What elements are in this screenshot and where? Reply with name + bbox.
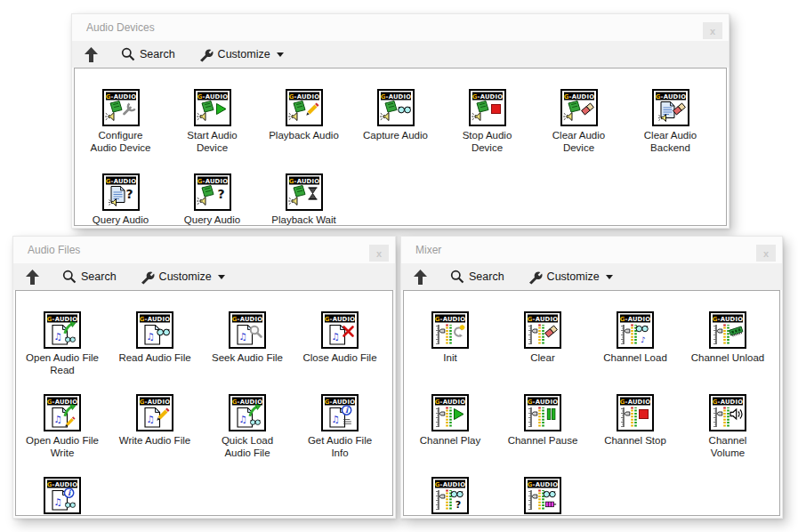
search-button[interactable]: Search: [121, 47, 175, 61]
customize-label: Customize: [159, 270, 212, 283]
customize-button[interactable]: Customize: [528, 270, 613, 285]
palette-item[interactable]: G-AUDIO Read Mixed Audio Data ...: [496, 467, 589, 516]
palette-item[interactable]: G-AUDIO ♫ iGet Audio File Info: [294, 384, 386, 467]
palette-grid: G-AUDIO InitG-AUDIO ClearG-AUDIO ♪Channe…: [404, 291, 779, 516]
vi-icon-mixer: G-AUDIO: [617, 394, 654, 431]
palette-item[interactable]: G-AUDIO Channel Pause: [496, 384, 589, 467]
vi-icon-file-note: G-AUDIO ♫: [44, 311, 81, 349]
svg-text:♪: ♪: [641, 335, 646, 344]
palette-item[interactable]: G-AUDIO Clear Audio Device: [533, 79, 625, 164]
vi-icon-mixer: G-AUDIO ♪: [617, 311, 654, 349]
window-title: Mixer: [415, 244, 441, 256]
palette-item[interactable]: G-AUDIO Playback Audio: [258, 79, 350, 164]
svg-text:G-AUDIO: G-AUDIO: [47, 316, 77, 323]
vi-icon-speaker: G-AUDIO ?: [194, 173, 231, 211]
vi-icon-file-note: G-AUDIO ♫ i: [321, 394, 359, 431]
palette-item[interactable]: G-AUDIO Init: [404, 302, 496, 384]
svg-text:G-AUDIO: G-AUDIO: [620, 316, 650, 323]
vi-icon-mixer: G-AUDIO ?: [431, 477, 469, 514]
search-label: Search: [81, 270, 117, 283]
search-button[interactable]: Search: [450, 270, 504, 284]
svg-text:♫: ♫: [53, 414, 61, 424]
palette-item[interactable]: G-AUDIO Channel Unload: [681, 302, 774, 384]
vi-icon-doc-speaker: G-AUDIO: [652, 89, 689, 126]
close-button[interactable]: x: [369, 245, 389, 262]
search-icon: [62, 270, 77, 284]
window-title: Audio Devices: [86, 21, 155, 34]
svg-text:♫: ♫: [53, 496, 61, 507]
palette-item[interactable]: G-AUDIO Channel Stop: [589, 384, 681, 467]
palette-item[interactable]: G-AUDIO Capture Audio: [350, 79, 441, 164]
palette-item-label: Playback Audio: [269, 129, 339, 141]
palette-item[interactable]: G-AUDIO ?Query Audio Backends: [75, 164, 166, 226]
svg-text:G-AUDIO: G-AUDIO: [528, 481, 558, 488]
palette-item[interactable]: G-AUDIO ♫ Seek Audio File: [201, 302, 294, 384]
wrench-icon: [198, 47, 214, 62]
chevron-down-icon: [606, 275, 613, 279]
palette-item[interactable]: G-AUDIO Clear Audio Backend: [625, 79, 716, 164]
palette-item[interactable]: G-AUDIO ♫ Quick Load Audio File: [201, 384, 294, 467]
titlebar[interactable]: Audio Files x: [13, 237, 395, 263]
palette-item[interactable]: G-AUDIO ♫ Read Audio File: [109, 302, 201, 384]
palette-item-label: Playback Wait: [271, 214, 335, 226]
search-button[interactable]: Search: [62, 270, 117, 284]
vi-icon-mixer: G-AUDIO: [431, 394, 469, 431]
up-button[interactable]: [414, 270, 427, 285]
palette-item[interactable]: G-AUDIO ♫ i Get Audio File Position: [16, 467, 109, 516]
svg-text:G-AUDIO: G-AUDIO: [528, 399, 558, 406]
up-arrow-icon: [414, 270, 427, 285]
up-button[interactable]: [85, 47, 98, 62]
palette-item-label: Clear Audio Device: [552, 129, 605, 154]
palette-item[interactable]: G-AUDIO ♪Channel Load: [589, 302, 681, 384]
palette-item-label: Seek Audio File: [212, 351, 283, 364]
palette-item[interactable]: G-AUDIO ♫ Write Audio File: [109, 384, 201, 467]
vi-icon-mixer: G-AUDIO: [524, 394, 561, 431]
svg-text:♫: ♫: [331, 331, 339, 342]
svg-text:G-AUDIO: G-AUDIO: [140, 399, 170, 406]
svg-text:?: ?: [455, 499, 462, 511]
customize-button[interactable]: Customize: [198, 47, 284, 62]
svg-text:G-AUDIO: G-AUDIO: [105, 178, 135, 185]
search-icon: [121, 47, 135, 61]
palette-item-label: Quick Load Audio File: [222, 434, 273, 459]
palette-item[interactable]: G-AUDIO Configure Audio Device: [75, 79, 166, 164]
palette-item-label: Start Audio Device: [187, 129, 237, 154]
palette-item[interactable]: G-AUDIO ?Read Channel Status: [404, 467, 496, 516]
svg-text:G-AUDIO: G-AUDIO: [288, 178, 318, 185]
svg-text:G-AUDIO: G-AUDIO: [563, 93, 593, 101]
palette-item[interactable]: G-AUDIO ?Query Audio Devices: [166, 164, 258, 226]
svg-text:♫: ♫: [146, 331, 154, 342]
window-title: Audio Files: [28, 244, 80, 256]
vi-icon-speaker: G-AUDIO: [469, 89, 506, 126]
palette-item[interactable]: G-AUDIO Playback Wait: [258, 164, 350, 226]
customize-button[interactable]: Customize: [140, 270, 225, 285]
palette-item[interactable]: G-AUDIO Start Audio Device: [166, 79, 258, 164]
svg-text:G-AUDIO: G-AUDIO: [620, 399, 650, 406]
palette-item-label: Stop Audio Device: [463, 129, 512, 154]
titlebar[interactable]: Mixer x: [401, 237, 782, 263]
search-label: Search: [469, 270, 504, 283]
titlebar[interactable]: Audio Devices x: [72, 14, 729, 41]
palette-item[interactable]: G-AUDIO Channel Volume: [681, 384, 774, 467]
svg-text:G-AUDIO: G-AUDIO: [713, 399, 743, 406]
svg-text:G-AUDIO: G-AUDIO: [105, 93, 135, 101]
svg-text:G-AUDIO: G-AUDIO: [197, 178, 227, 185]
palette-content: G-AUDIO ♫ Open Audio File ReadG-AUDIO ♫ …: [15, 290, 393, 516]
palette-item[interactable]: G-AUDIO Channel Play: [404, 384, 496, 467]
palette-item[interactable]: G-AUDIO Clear: [496, 302, 589, 384]
palette-item[interactable]: G-AUDIO ♫ Close Audio File: [294, 302, 386, 384]
palette-window-audio-devices: Audio Devices x Search Customize G-AUDIO…: [71, 13, 729, 229]
up-button[interactable]: [26, 270, 39, 285]
chevron-down-icon: [277, 52, 284, 57]
vi-icon-file-note: G-AUDIO ♫ i: [44, 477, 81, 514]
close-button[interactable]: x: [756, 245, 776, 262]
search-label: Search: [140, 48, 175, 60]
palette-item[interactable]: G-AUDIO Stop Audio Device: [441, 79, 533, 164]
vi-icon-mixer: G-AUDIO: [431, 311, 469, 349]
palette-item[interactable]: G-AUDIO ♫ Open Audio File Read: [16, 302, 109, 384]
close-button[interactable]: x: [703, 22, 722, 39]
palette-item[interactable]: G-AUDIO ♫ Open Audio File Write: [16, 384, 109, 467]
toolbar: Search Customize: [13, 263, 395, 290]
vi-icon-mixer: G-AUDIO: [524, 311, 561, 349]
svg-text:G-AUDIO: G-AUDIO: [325, 316, 355, 323]
